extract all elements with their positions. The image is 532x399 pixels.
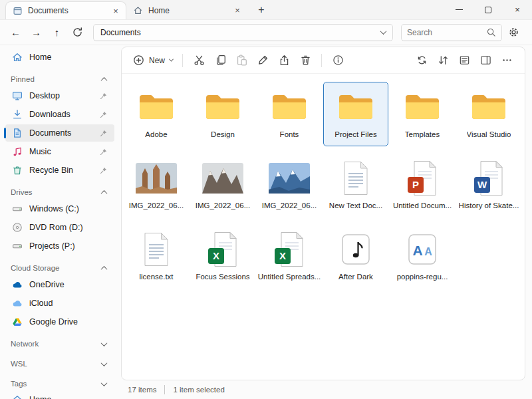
files-area: AdobeDesignFontsProject FilesTemplatesVi… bbox=[122, 74, 525, 380]
documents-tab-icon bbox=[13, 6, 23, 16]
new-button[interactable]: New bbox=[130, 51, 176, 70]
sidebar-item-downloads[interactable]: Downloads bbox=[5, 106, 114, 123]
sidebar-item-projects-p[interactable]: Projects (P:) bbox=[5, 237, 114, 255]
close-button[interactable]: × bbox=[503, 0, 532, 19]
back-button[interactable]: ← bbox=[7, 23, 25, 41]
home-icon bbox=[12, 394, 23, 399]
sidebar-section-wsl[interactable]: WSL bbox=[3, 356, 117, 371]
chevron-down-icon bbox=[101, 360, 108, 366]
refresh-button[interactable] bbox=[68, 23, 86, 41]
forward-button[interactable]: → bbox=[27, 23, 45, 41]
sidebar-item-google-drive[interactable]: Google Drive bbox=[5, 313, 114, 331]
sidebar-item-home[interactable]: Home bbox=[5, 49, 114, 66]
file-tile-templates[interactable]: Templates bbox=[390, 82, 455, 146]
file-tile-untitled-docum[interactable]: PUntitled Docum... bbox=[390, 153, 455, 217]
sidebar-item-onedrive[interactable]: OneDrive bbox=[5, 276, 114, 293]
rename-button[interactable] bbox=[253, 51, 273, 70]
sync-button[interactable] bbox=[412, 51, 432, 70]
settings-button[interactable] bbox=[505, 23, 523, 41]
file-name: New Text Doc... bbox=[329, 201, 382, 209]
tab-close-icon[interactable]: × bbox=[110, 5, 122, 17]
file-name: Visual Studio bbox=[467, 130, 511, 138]
tab-documents[interactable]: Documents × bbox=[5, 1, 126, 19]
toolbar-left-group bbox=[189, 51, 348, 70]
address-text: Documents bbox=[100, 28, 376, 37]
divider bbox=[182, 54, 183, 67]
file-name: IMG_2022_06... bbox=[262, 201, 317, 209]
file-tile-after-dark[interactable]: After Dark bbox=[323, 224, 388, 289]
sidebar-item-label: Windows (C:) bbox=[29, 204, 108, 213]
file-tile-poppins-regu[interactable]: AApoppins-regu... bbox=[390, 224, 455, 289]
chevron-down-icon bbox=[169, 57, 174, 62]
section-label: Tags bbox=[11, 380, 27, 388]
search-input[interactable] bbox=[407, 28, 482, 37]
file-tile-license-txt[interactable]: license.txt bbox=[124, 224, 189, 289]
cut-button[interactable] bbox=[189, 51, 209, 70]
onedrive-icon bbox=[12, 279, 23, 290]
file-tile-img-2022-06[interactable]: IMG_2022_06... bbox=[124, 153, 189, 217]
sidebar-section-cloud-storage[interactable]: Cloud Storage bbox=[3, 261, 117, 275]
file-tile-project-files[interactable]: Project Files bbox=[323, 82, 388, 146]
sidebar-item-dvd-rom-d[interactable]: DVD Rom (D:) bbox=[5, 219, 114, 236]
tab-close-icon[interactable]: × bbox=[231, 5, 243, 17]
status-bar: 17 items 1 item selected bbox=[121, 380, 525, 399]
delete-button[interactable] bbox=[295, 51, 315, 70]
copy-icon bbox=[215, 55, 226, 66]
tab-strip: Documents × Home × + bbox=[0, 0, 270, 19]
share-button[interactable] bbox=[274, 51, 294, 70]
file-tile-focus-sessions[interactable]: XFocus Sessions bbox=[190, 224, 255, 289]
file-tile-fonts[interactable]: Fonts bbox=[257, 82, 322, 146]
chevron-down-icon[interactable] bbox=[380, 28, 387, 35]
home-tab-icon bbox=[133, 5, 143, 15]
view-options-button[interactable] bbox=[454, 51, 474, 70]
paste-button[interactable] bbox=[231, 51, 251, 70]
navigation-bar: ← → ↑ Documents bbox=[0, 20, 532, 45]
section-label: Pinned bbox=[11, 75, 35, 83]
sidebar-item-icloud[interactable]: iCloud bbox=[5, 295, 114, 312]
sidebar-item-windows-c[interactable]: Windows (C:) bbox=[5, 200, 114, 217]
sidebar-section-pinned[interactable]: Pinned bbox=[3, 72, 117, 86]
sidebar-section-drives[interactable]: Drives bbox=[3, 185, 117, 200]
image-icon bbox=[269, 158, 310, 199]
file-tile-untitled-spreads[interactable]: XUntitled Spreads... bbox=[257, 224, 322, 289]
file-tile-new-text-doc[interactable]: New Text Doc... bbox=[323, 153, 388, 217]
pin-icon bbox=[99, 129, 108, 138]
address-bar[interactable]: Documents bbox=[93, 24, 393, 41]
file-tile-history-of-skate[interactable]: WHistory of Skate... bbox=[456, 153, 521, 217]
file-tile-img-2022-06[interactable]: IMG_2022_06... bbox=[257, 153, 322, 217]
minimize-button[interactable] bbox=[444, 0, 473, 19]
sidebar-section-network[interactable]: Network bbox=[3, 336, 117, 351]
svg-text:P: P bbox=[412, 179, 419, 190]
sidebar-section-tags[interactable]: Tags bbox=[3, 376, 117, 391]
up-button[interactable]: ↑ bbox=[48, 23, 66, 41]
file-tile-visual-studio[interactable]: Visual Studio bbox=[456, 82, 521, 146]
preview-pane-button[interactable] bbox=[475, 51, 495, 70]
new-button-label: New bbox=[149, 56, 165, 65]
info-button[interactable] bbox=[328, 51, 348, 70]
share-icon bbox=[279, 55, 290, 66]
copy-button[interactable] bbox=[210, 51, 230, 70]
maximize-button[interactable] bbox=[473, 0, 503, 19]
sidebar-item-music[interactable]: Music bbox=[5, 143, 114, 160]
file-name: Templates bbox=[405, 130, 440, 138]
new-tab-button[interactable]: + bbox=[253, 2, 270, 18]
folder-icon bbox=[404, 86, 440, 128]
recycle-icon bbox=[12, 165, 23, 176]
file-tile-adobe[interactable]: Adobe bbox=[124, 82, 189, 146]
pin-icon bbox=[99, 148, 108, 156]
cut-icon bbox=[194, 55, 205, 66]
file-name: Focus Sessions bbox=[196, 273, 249, 281]
search-icon bbox=[486, 27, 496, 37]
sidebar-item-recycle-bin[interactable]: Recycle Bin bbox=[5, 162, 114, 179]
sidebar-item-home[interactable]: Home bbox=[5, 391, 114, 399]
file-tile-design[interactable]: Design bbox=[190, 82, 255, 146]
sidebar-item-desktop[interactable]: Desktop bbox=[5, 87, 114, 104]
sidebar-item-documents[interactable]: Documents bbox=[5, 124, 114, 142]
more-options-button[interactable] bbox=[497, 51, 517, 70]
excel-icon: X bbox=[207, 229, 239, 270]
tab-home[interactable]: Home × bbox=[126, 1, 247, 19]
sort-button[interactable] bbox=[433, 51, 453, 70]
sidebar-item-label: Downloads bbox=[29, 110, 92, 119]
content-area: New AdobeDesignFontsProject FilesTemplat… bbox=[120, 45, 532, 399]
file-tile-img-2022-06[interactable]: IMG_2022_06... bbox=[190, 153, 255, 217]
